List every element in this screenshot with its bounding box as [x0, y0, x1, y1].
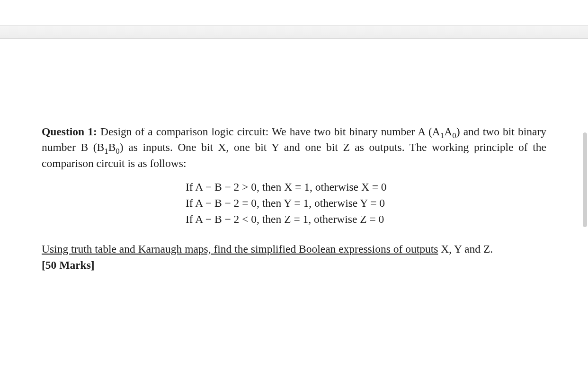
document-page: Question 1: Design of a comparison logic… — [0, 39, 588, 273]
question-label: Question 1: — [42, 125, 97, 138]
vertical-scrollbar[interactable] — [583, 132, 587, 227]
intro-text-1: Design of a comparison logic circuit: We… — [97, 125, 440, 138]
condition-x: If A − B − 2 > 0, then X = 1, otherwise … — [186, 179, 546, 195]
subscript-a0: 0 — [452, 131, 456, 140]
secondary-toolbar-blank — [0, 26, 588, 39]
condition-z: If A − B − 2 < 0, then Z = 1, otherwise … — [186, 211, 546, 227]
task-paragraph: Using truth table and Karnaugh maps, fin… — [42, 241, 546, 273]
subscript-a1: 1 — [440, 131, 444, 140]
subscript-b0: 0 — [116, 147, 119, 156]
task-trailing: X, Y and Z. — [438, 243, 493, 255]
conditions-block: If A − B − 2 > 0, then X = 1, otherwise … — [186, 179, 546, 227]
intro-text-4: B — [108, 141, 116, 153]
question-paragraph: Question 1: Design of a comparison logic… — [42, 124, 546, 171]
intro-text-5: ) as inputs. One bit X, one bit Y and on… — [42, 141, 546, 169]
task-underlined: Using truth table and Karnaugh maps, fin… — [42, 243, 438, 255]
intro-text-2: A — [444, 125, 452, 138]
condition-y: If A − B − 2 = 0, then Y = 1, otherwise … — [186, 195, 546, 211]
subscript-b1: 1 — [104, 147, 108, 156]
marks-label: [50 Marks] — [42, 259, 95, 271]
top-toolbar-blank — [0, 0, 588, 26]
